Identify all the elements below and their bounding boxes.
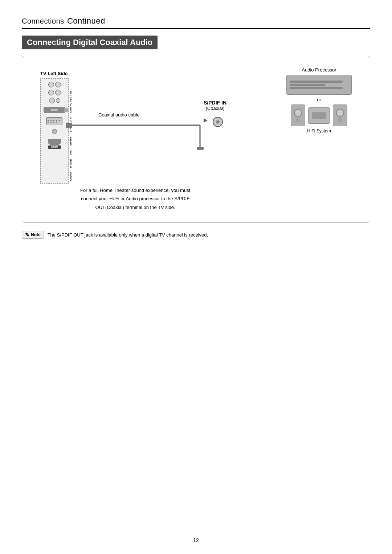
component-connectors-2 [48, 90, 61, 95]
pic-label: PIC [69, 150, 72, 155]
component-in-label: COMPONENT IN [69, 91, 72, 113]
vga-connector-area [46, 117, 62, 125]
page-number: 12 [193, 537, 199, 543]
page-header: Connections Continued [22, 15, 370, 29]
note-badge-text: Note [31, 232, 41, 237]
speaker-circle-left [294, 109, 302, 117]
spdif-jack-inner [216, 120, 220, 124]
dsub-label: D-SUB [69, 159, 72, 168]
hifi-label: HIFi System [279, 128, 359, 134]
svg-rect-4 [197, 147, 204, 150]
connector-labels: COMPONENT IN L-AUDIO-R S/PDIF PIC D-SUB … [69, 89, 72, 183]
speaker-small-left [296, 118, 300, 122]
conn-audio-r [49, 98, 55, 103]
conn-crpr [48, 90, 54, 95]
conn-audio-s [56, 98, 60, 103]
component-connectors [48, 82, 61, 87]
conn-cbpb [55, 82, 61, 87]
speaker-circle-right [336, 109, 344, 117]
audio-label: L-AUDIO-R [69, 117, 72, 132]
spdif-out-plug [64, 108, 68, 112]
note-badge: ✎ Note [22, 231, 44, 239]
tv-panel-label: TV Left Side [40, 71, 77, 76]
spdif-section: S/PDIF IN (Coaxial) [204, 100, 226, 127]
audio-processor-device [286, 75, 352, 95]
hifi-center-inner [312, 112, 326, 119]
tv-side-panel: S/PDIF [40, 78, 69, 184]
audio-connectors [49, 98, 60, 103]
note-section: ✎ Note The S/PDIF OUT jack is available … [22, 231, 370, 239]
vga-connector [46, 117, 62, 125]
section-heading: Connecting Digital Coaxial Audio [22, 36, 158, 49]
note-icon: ✎ [25, 232, 29, 238]
cable-label: Coaxial audio cable [98, 111, 139, 118]
spdif-label-side: S/PDIF [69, 136, 72, 146]
tv-panel: TV Left Side S/PDIF [40, 71, 77, 184]
page-title: Connections Continued [22, 15, 105, 26]
spdif-connector-row: S/PDIF [44, 107, 65, 113]
speaker-left [291, 104, 305, 126]
conn-y [48, 82, 54, 87]
description-text: For a full Home Theater sound experience… [80, 186, 190, 212]
conn-audio-l [55, 90, 61, 95]
hdmi-label: HDMI [48, 145, 61, 149]
spdif-arrow-row [204, 114, 226, 127]
desc-line1: For a full Home Theater sound experience… [80, 186, 190, 194]
vga-dots [48, 120, 61, 123]
small-round-connector [52, 129, 57, 134]
ap-line-2 [290, 84, 325, 86]
hifi-center-unit [308, 107, 330, 124]
note-text: The S/PDIF OUT jack is available only wh… [48, 231, 208, 239]
spdif-connector: S/PDIF [44, 107, 65, 113]
spdif-in-sub: (Coaxial) [204, 106, 226, 111]
speaker-right [333, 104, 347, 126]
hdmi-connector [48, 139, 61, 145]
diagram-box: TV Left Side S/PDIF [22, 56, 370, 223]
title-main: Connections [22, 17, 64, 25]
desc-line3: OUT(Coaxial) terminal on the TV side. [80, 203, 190, 212]
hdmi-area: HDMI [48, 139, 61, 149]
or-text: or [279, 97, 359, 102]
desc-line2: connect your Hi-Fi or Audio processor to… [80, 194, 190, 203]
title-continued: Continued [67, 17, 105, 25]
hifi-system [279, 104, 359, 126]
audio2-label: AUDIO [69, 172, 72, 181]
ap-line-3 [290, 87, 343, 89]
audio-processor-label: Audio Processor [279, 67, 359, 73]
audio-devices-section: Audio Processor or HIFi System [279, 67, 359, 134]
spdif-arrow [204, 118, 207, 123]
spdif-jack [213, 117, 223, 127]
spdif-in-label: S/PDIF IN [204, 100, 226, 106]
ap-line-1 [290, 81, 343, 83]
speaker-small-right [338, 118, 342, 122]
